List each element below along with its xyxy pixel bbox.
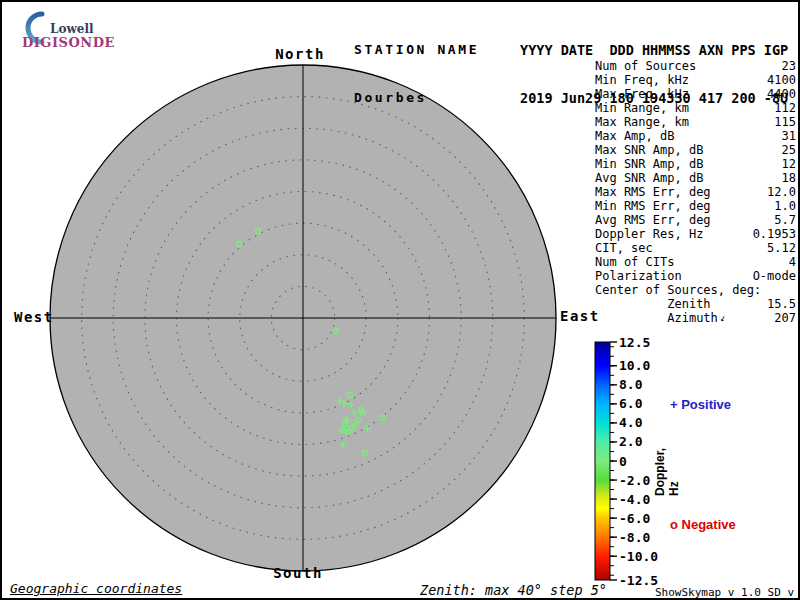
colorbar-tick-label: -6.0 — [619, 511, 650, 526]
timestamp-fields-label: YYYY DATE DDD HHMMSS AXN PPS IGP — [520, 42, 788, 58]
stat-row: Max RMS Err, deg12.0 — [595, 185, 796, 199]
stat-row: CIT, sec5.12 — [595, 241, 796, 255]
azimuth-arrow-icon: ↑ — [718, 313, 728, 325]
stat-label: Max RMS Err, deg — [595, 185, 711, 199]
stat-row: Num of Sources23 — [595, 59, 796, 73]
stat-label: Azimuth — [595, 311, 718, 325]
compass-east-label: East — [560, 308, 600, 324]
stat-value: 15.5 — [767, 297, 796, 311]
stat-label: Num of CITs — [595, 255, 674, 269]
compass-north-label: North — [275, 46, 325, 62]
stat-value: 4400 — [767, 87, 796, 101]
stat-value: 31 — [782, 129, 796, 143]
zenith-range-label: Zenith: max 40° step 5° — [420, 582, 607, 598]
stat-label: Max SNR Amp, dB — [595, 143, 703, 157]
stat-row: Min SNR Amp, dB12 — [595, 157, 796, 171]
stat-value: 12.0 — [767, 185, 796, 199]
stat-row: PolarizationO-mode — [595, 269, 796, 283]
stat-label: Zenith — [595, 297, 711, 311]
station-name-label: STATION NAME — [354, 42, 479, 58]
colorbar-tick-label: 10.0 — [619, 358, 650, 373]
stat-value: 4 — [789, 255, 796, 269]
colorbar-tick-label: 12.5 — [619, 335, 650, 350]
colorbar-tick-label: -8.0 — [619, 530, 650, 545]
stat-label: Min Range, km — [595, 101, 689, 115]
stat-row: Min Freq, kHz4100 — [595, 73, 796, 87]
stat-value: 12 — [782, 157, 796, 171]
legend-negative: o Negative — [670, 517, 736, 532]
stat-value: 5.7 — [774, 213, 796, 227]
colorbar-tick-label: 8.0 — [619, 377, 643, 392]
colorbar-tick-label: 2.0 — [619, 434, 643, 449]
stat-row: Min RMS Err, deg1.0 — [595, 199, 796, 213]
logo-digisonde-text: DIGISONDE — [22, 35, 115, 50]
stat-label: Max Range, km — [595, 115, 689, 129]
showskymap-window: 12.510.08.06.04.02.00-2.0-4.0-6.0-8.0-10… — [0, 0, 800, 600]
stat-row: Min Range, km112 — [595, 101, 796, 115]
stat-row: Max Freq, kHz4400 — [595, 87, 796, 101]
stat-row: Avg SNR Amp, dB18 — [595, 171, 796, 185]
stat-label: Max Freq, kHz — [595, 87, 689, 101]
colorbar-tick-label: -4.0 — [619, 492, 650, 507]
stat-row: Max Range, km115 — [595, 115, 796, 129]
stat-label: Min Freq, kHz — [595, 73, 689, 87]
legend-positive: + Positive — [670, 397, 731, 412]
stat-value: 18 — [782, 171, 796, 185]
colorbar-tick-label: 4.0 — [619, 415, 643, 430]
compass-west-label: West — [14, 309, 54, 325]
coordinates-mode-label: Geographic coordinates — [10, 581, 182, 596]
stat-row: Num of CITs4 — [595, 255, 796, 269]
stat-label: Avg RMS Err, deg — [595, 213, 711, 227]
stat-label: Num of Sources — [595, 59, 696, 73]
stat-row: Center of Sources, deg: — [595, 283, 796, 297]
stat-row: Zenith15.5 — [595, 297, 796, 311]
stat-value: 115 — [774, 115, 796, 129]
stat-value: 4100 — [767, 73, 796, 87]
stat-row: Max SNR Amp, dB25 — [595, 143, 796, 157]
colorbar-tick-label: 0 — [619, 454, 627, 469]
stat-row: Doppler Res, Hz0.1953 — [595, 227, 796, 241]
doppler-colorbar — [595, 342, 610, 580]
colorbar-tick-label: -12.5 — [619, 573, 658, 588]
colorbar-tick-label: -10.0 — [619, 549, 658, 564]
stat-label: Min RMS Err, deg — [595, 199, 711, 213]
stat-label: Min SNR Amp, dB — [595, 157, 703, 171]
station-name-value: Dourbes — [354, 90, 479, 106]
colorbar-tick-label: -2.0 — [619, 473, 650, 488]
stat-label: Polarization — [595, 269, 682, 283]
stat-label: Doppler Res, Hz — [595, 227, 703, 241]
stat-label: CIT, sec — [595, 241, 653, 255]
stat-label: Avg SNR Amp, dB — [595, 171, 703, 185]
stat-label: Max Amp, dB — [595, 129, 674, 143]
stat-value: 1.0 — [774, 199, 796, 213]
colorbar-tick-label: 6.0 — [619, 396, 643, 411]
version-label: ShowSkymap v 1.0 SD v 5.1 — [655, 586, 798, 600]
stat-value: 0.1953 — [753, 227, 796, 241]
station-header: STATION NAME Dourbes — [354, 10, 479, 138]
stat-row: Avg RMS Err, deg5.7 — [595, 213, 796, 227]
stat-value: 5.12 — [767, 241, 796, 255]
stat-value: 23 — [782, 59, 796, 73]
stat-value: 207 — [774, 311, 796, 325]
statistics-panel: Num of Sources23Min Freq, kHz4100Max Fre… — [595, 59, 796, 325]
stat-label: Center of Sources, deg: — [595, 283, 761, 297]
stat-value: 25 — [782, 143, 796, 157]
compass-south-label: South — [273, 565, 323, 581]
stat-value: 112 — [774, 101, 796, 115]
stat-row: Azimuth↑207 — [595, 311, 796, 325]
stat-row: Max Amp, dB31 — [595, 129, 796, 143]
colorbar-axis-label: Doppler, Hz — [653, 434, 681, 496]
stat-value: O-mode — [753, 269, 796, 283]
logo-lowell-text: Lowell — [50, 22, 94, 36]
lowell-digisonde-logo: Lowell DIGISONDE — [16, 8, 166, 50]
